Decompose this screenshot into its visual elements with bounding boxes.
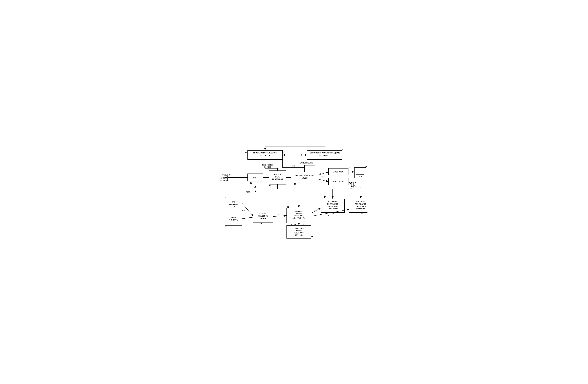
svg-line-31	[318, 172, 329, 175]
video-label: VIDEO PROC.	[333, 171, 344, 173]
tsid-label: TSID	[313, 210, 316, 212]
cct-label-4: CCN / LCN	[294, 234, 303, 236]
pat-ref: 38	[361, 212, 363, 214]
cct-label-1: COMPOSITE	[294, 227, 304, 229]
lct-ref: 32	[287, 206, 289, 208]
nit-label-3: TABLE (NIT)	[328, 205, 337, 207]
lcn-cct-label: LCN	[289, 224, 292, 225]
sdp-label-2: DATA	[275, 176, 280, 178]
cct-label-3: TABLE (CCT)	[294, 232, 304, 234]
svg-point-6	[361, 176, 362, 177]
v-label: V	[320, 172, 321, 174]
remote-label-2: CONTROL	[229, 219, 238, 221]
svg-line-34	[348, 182, 351, 184]
tuner-label: TUNER	[252, 177, 258, 179]
epg-ref: 28	[224, 197, 227, 199]
pn-lct-label: PN	[327, 214, 329, 216]
audio-ref: 22	[348, 176, 351, 179]
tuner-ref: 12	[250, 182, 252, 184]
pn-label: PN	[293, 165, 294, 167]
lct-label-3: TABLE (LCT)	[294, 215, 304, 217]
epg-label-2: PROGRAM/	[229, 203, 238, 205]
lcn-epg-label: LCN	[242, 210, 245, 211]
cct-ref: 34	[311, 235, 313, 237]
tv-ref: 20	[365, 166, 367, 168]
scd-label-2: DEMUX	[301, 177, 308, 179]
sdp-ref: 14	[269, 184, 271, 187]
sss-label-3: SWITCH	[260, 217, 266, 219]
lct-label-1: LOGICAL	[295, 210, 303, 212]
svg-point-21	[300, 154, 302, 156]
cat-label-1: CONDITIONAL ACCESS TABLE (CAT)	[310, 152, 340, 154]
pids-label-2: CA DESC.	[264, 166, 271, 168]
pids-label-1: PIDS, PCR PID,	[262, 164, 273, 166]
pmt-pid-pn-label: PMT PID, PN	[352, 187, 361, 188]
pmt-label-1: PROGRAM MAP TABLE (PMT)	[253, 152, 277, 154]
sss-label-2: SELECTION	[258, 215, 268, 217]
sss-label-1: SERVICE	[259, 213, 267, 214]
pat-label-2: ASSOCIATION	[355, 203, 367, 205]
scd-ref: 16	[294, 183, 296, 185]
epg-label-3: LCN	[232, 206, 235, 208]
pat-label-3: TABLE (PAT)	[356, 205, 366, 207]
lcn-remote-label: LCN	[242, 217, 245, 219]
ca-msg-label: CA MESSAGE PID	[300, 162, 313, 164]
cat-label-2: PN / CA MESS.	[319, 154, 331, 156]
svg-line-32	[318, 179, 329, 182]
nit-label-1: NETWORK	[328, 201, 337, 203]
pat-label-1: PROGRAM	[356, 201, 365, 203]
a-label: A	[320, 181, 321, 182]
freq-label: FREQ	[246, 191, 250, 193]
svg-line-47	[273, 215, 287, 216]
svg-point-5	[359, 176, 360, 177]
cat-ref: 42	[342, 149, 344, 150]
cct-label-2: CHANNEL	[295, 230, 303, 232]
pmt-ref: 40	[245, 151, 247, 154]
diagram-container: PROGRAM MAP TABLE (PMT) PN / PID / CA 40…	[221, 144, 367, 240]
pmt-label-2: PN / PID / CA	[260, 154, 270, 156]
sdp-label-3: PROCESSOR	[272, 178, 283, 180]
svg-point-53	[255, 191, 256, 192]
remote-ref: 26	[225, 226, 227, 228]
nit-label-2: INFORMATION	[327, 203, 338, 205]
video-ref: 18	[348, 166, 351, 169]
lcn-sss-label: LCN	[276, 213, 279, 215]
svg-point-4	[357, 176, 358, 177]
mpeg-label-1: MPEG-2	[221, 177, 227, 179]
pat-label-4: PN / PMT PID	[356, 208, 366, 209]
cable-in-label: CABLE IN	[222, 174, 230, 176]
scd-label-1: SERVICE COMPONENT	[295, 174, 314, 176]
sdp-label-1: SYSTEM	[274, 174, 281, 175]
nit-ref: 36	[332, 212, 335, 214]
epg-label-1: EPG	[232, 201, 235, 203]
lct-label-2: CHANNEL	[295, 213, 303, 214]
audio-label: AUDIO PROC.	[333, 181, 344, 183]
remote-label-1: REMOTE	[230, 217, 237, 218]
cc-label: CC	[322, 175, 324, 177]
ccn-label: CCN	[301, 224, 304, 225]
sss-ref: 30	[260, 222, 262, 225]
lct-label-4: LCN / TSID / PN	[293, 217, 305, 219]
mpeg-label-2: (ISO 13818-1)	[221, 179, 229, 181]
nit-label-4: TSID / FREQ	[328, 208, 338, 209]
